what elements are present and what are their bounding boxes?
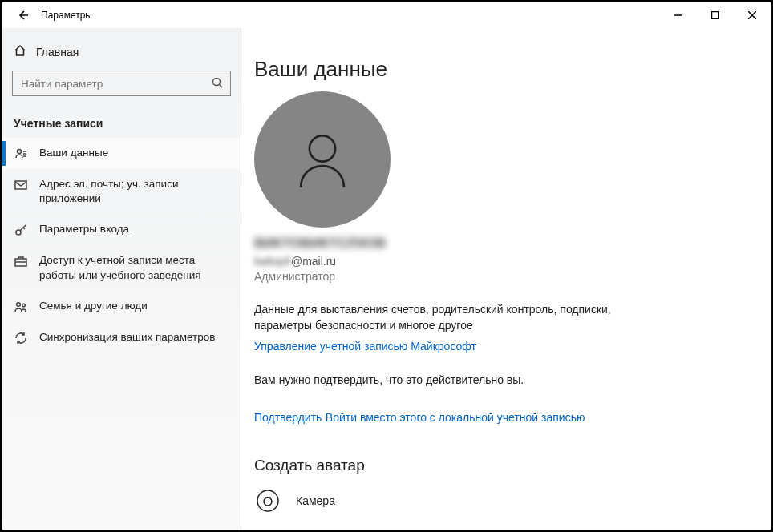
- billing-description: Данные для выставления счетов, родительс…: [254, 302, 655, 333]
- page-title: Ваши данные: [254, 57, 771, 82]
- sidebar-item-your-info[interactable]: Ваши данные: [2, 138, 241, 169]
- sidebar-item-family[interactable]: Семья и другие люди: [2, 291, 241, 322]
- maximize-button[interactable]: [697, 2, 734, 28]
- svg-point-7: [22, 304, 26, 307]
- sidebar-item-email-accounts[interactable]: Адрес эл. почты; уч. записи приложений: [2, 169, 241, 214]
- sidebar-menu: Ваши данные Адрес эл. почты; уч. записи …: [2, 138, 241, 353]
- user-email-hidden: baltop9: [254, 255, 291, 268]
- svg-point-9: [257, 490, 278, 511]
- svg-rect-3: [15, 181, 26, 189]
- camera-option[interactable]: Камера: [254, 487, 771, 514]
- svg-point-8: [310, 135, 335, 161]
- manage-account-link[interactable]: Управление учетной записью Майкрософт: [254, 340, 476, 353]
- camera-label: Камера: [296, 494, 335, 507]
- close-button[interactable]: [734, 2, 771, 28]
- briefcase-icon: [14, 254, 28, 268]
- person-icon: [288, 125, 357, 194]
- close-icon: [748, 11, 756, 19]
- people-icon: [14, 300, 28, 314]
- key-icon: [14, 223, 28, 237]
- sidebar-item-label: Адрес эл. почты; уч. записи приложений: [39, 177, 229, 206]
- minimize-button[interactable]: [660, 2, 697, 28]
- minimize-icon: [674, 11, 682, 19]
- search-input[interactable]: [12, 71, 231, 96]
- user-badge-icon: [14, 147, 28, 161]
- mail-icon: [14, 178, 28, 192]
- sidebar-item-work-access[interactable]: Доступ к учетной записи места работы или…: [2, 245, 241, 290]
- home-button[interactable]: Главная: [2, 36, 241, 67]
- window-controls: [660, 2, 771, 28]
- user-email: baltop9@mail.ru: [254, 255, 771, 268]
- svg-point-2: [18, 150, 22, 154]
- content-area: Ваши данные ВИКТОВИКТСЛХОВ baltop9@mail.…: [241, 28, 771, 530]
- sidebar: Главная Учетные записи Ваши данные: [2, 28, 241, 530]
- user-name: ВИКТОВИКТСЛХОВ: [254, 236, 771, 252]
- local-account-link[interactable]: Войти вместо этого с локальной учетной з…: [326, 411, 585, 424]
- camera-icon: [254, 487, 281, 514]
- sync-icon: [14, 331, 28, 345]
- sidebar-item-sync[interactable]: Синхронизация ваших параметров: [2, 322, 241, 353]
- sidebar-item-label: Семья и другие люди: [39, 299, 229, 313]
- svg-point-10: [264, 498, 272, 506]
- home-icon: [14, 44, 26, 59]
- verify-link[interactable]: Подтвердить: [254, 411, 322, 424]
- user-role: Администратор: [254, 270, 771, 283]
- verify-description: Вам нужно подтвердить, что это действите…: [254, 373, 655, 389]
- maximize-icon: [711, 11, 719, 19]
- create-avatar-heading: Создать аватар: [254, 457, 771, 474]
- svg-rect-0: [712, 12, 719, 19]
- sidebar-item-label: Синхронизация ваших параметров: [39, 330, 229, 345]
- home-label: Главная: [36, 46, 79, 58]
- section-heading: Учетные записи: [2, 106, 241, 138]
- sidebar-item-label: Параметры входа: [39, 222, 229, 236]
- sidebar-item-label: Ваши данные: [39, 146, 229, 160]
- settings-window: Параметры Главная: [2, 2, 771, 530]
- back-button[interactable]: [9, 2, 38, 28]
- window-title: Параметры: [41, 10, 92, 21]
- user-email-domain: @mail.ru: [291, 255, 336, 268]
- sidebar-item-label: Доступ к учетной записи места работы или…: [39, 253, 229, 282]
- svg-point-6: [17, 303, 21, 307]
- arrow-left-icon: [17, 9, 30, 22]
- titlebar: Параметры: [2, 2, 771, 28]
- sidebar-item-signin-options[interactable]: Параметры входа: [2, 214, 241, 245]
- avatar: [254, 91, 391, 228]
- search-wrap: [2, 67, 241, 106]
